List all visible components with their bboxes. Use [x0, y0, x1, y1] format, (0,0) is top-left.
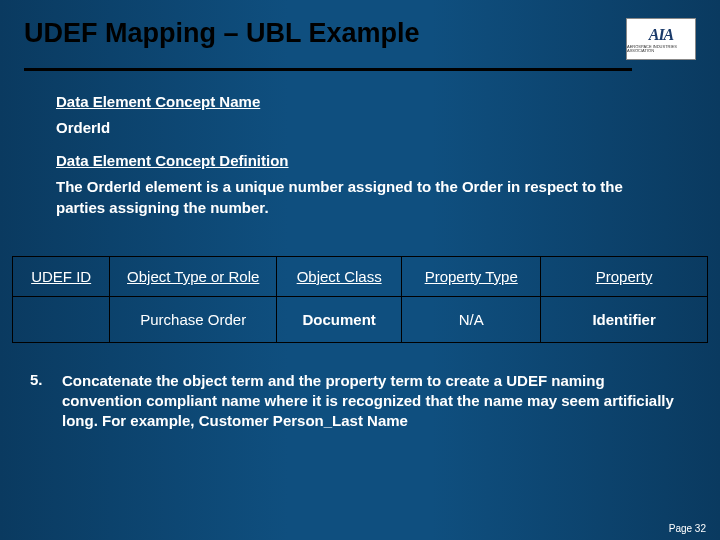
cell-prop: Identifier: [541, 296, 708, 342]
th-udef-id: UDEF ID: [13, 256, 110, 296]
slide-header: UDEF Mapping – UBL Example AIA AEROSPACE…: [0, 0, 720, 66]
logo-subtext: AEROSPACE INDUSTRIES ASSOCIATION: [627, 45, 695, 53]
cell-prop-type: N/A: [402, 296, 541, 342]
step-text: Concatenate the object term and the prop…: [62, 371, 696, 432]
concept-definition-value: The OrderId element is a unique number a…: [56, 177, 674, 218]
cell-obj-type: Purchase Order: [110, 296, 277, 342]
step-item: 5. Concatenate the object term and the p…: [0, 343, 720, 432]
th-prop: Property: [541, 256, 708, 296]
cell-udef-id: [13, 296, 110, 342]
page-number: Page 32: [669, 523, 706, 534]
mapping-table-wrap: UDEF ID Object Type or Role Object Class…: [0, 232, 720, 343]
th-obj-type: Object Type or Role: [110, 256, 277, 296]
logo-text: AIA: [649, 26, 674, 44]
content-block: Data Element Concept Name OrderId Data E…: [0, 71, 720, 218]
th-obj-class: Object Class: [277, 256, 402, 296]
step-number: 5.: [30, 371, 62, 432]
table-row: Purchase Order Document N/A Identifier: [13, 296, 708, 342]
cell-obj-class: Document: [277, 296, 402, 342]
concept-definition-heading: Data Element Concept Definition: [56, 152, 674, 169]
concept-name-heading: Data Element Concept Name: [56, 93, 674, 110]
aia-logo: AIA AEROSPACE INDUSTRIES ASSOCIATION: [626, 18, 696, 60]
th-prop-type: Property Type: [402, 256, 541, 296]
concept-name-value: OrderId: [56, 118, 674, 138]
slide-title: UDEF Mapping – UBL Example: [24, 18, 420, 49]
mapping-table: UDEF ID Object Type or Role Object Class…: [12, 256, 708, 343]
table-header-row: UDEF ID Object Type or Role Object Class…: [13, 256, 708, 296]
